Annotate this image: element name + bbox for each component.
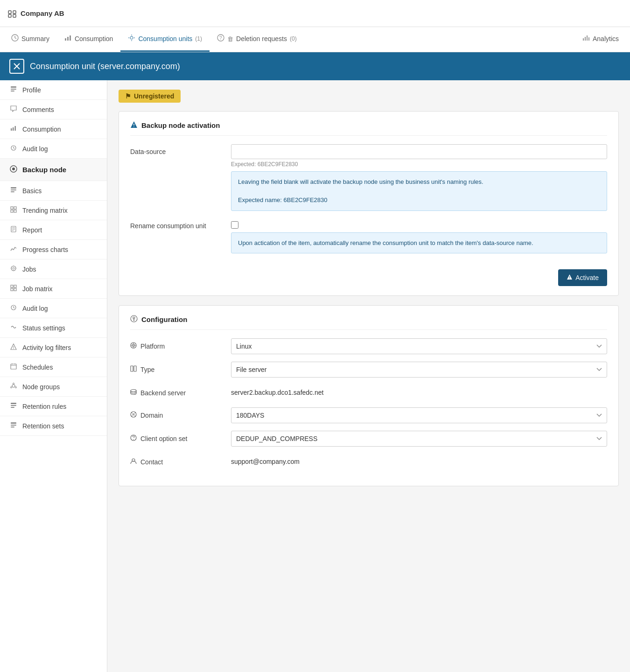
client-option-set-select[interactable]: DEDUP_AND_COMPRESS NONE COMPRESS_ONLY <box>231 431 607 447</box>
sidebar-item-retention-sets[interactable]: Retention sets <box>0 416 107 436</box>
svg-point-91 <box>133 439 134 440</box>
svg-rect-8 <box>67 37 69 41</box>
sidebar-item-status-settings[interactable]: Status settings <box>0 318 107 338</box>
activate-button-label: Activate <box>575 274 599 281</box>
page-header-icon <box>9 59 24 74</box>
type-icon <box>130 365 137 373</box>
tab-summary[interactable]: Summary <box>4 27 57 52</box>
rename-checkbox-row <box>231 218 607 229</box>
data-source-hint: Expected: 6BE2C9FE2830 <box>231 161 607 168</box>
sidebar-item-schedules[interactable]: Schedules <box>0 357 107 377</box>
retention-rules-icon <box>9 402 18 410</box>
backup-node-title: Backup node activation <box>130 121 607 136</box>
sidebar-item-backup-node[interactable]: Backup node <box>0 159 107 181</box>
svg-rect-67 <box>11 422 16 424</box>
backup-node-title-icon <box>130 121 138 130</box>
contact-label-text: Contact <box>140 458 163 466</box>
data-source-row: Data-source Expected: 6BE2C9FE2830 Leavi… <box>130 144 607 211</box>
sidebar-item-audit-log-label: Audit log <box>22 145 48 153</box>
svg-point-44 <box>13 267 14 269</box>
backend-server-row: Backend server server2.backup.dco1.safed… <box>130 385 607 400</box>
data-source-field: Expected: 6BE2C9FE2830 Leaving the field… <box>231 144 607 211</box>
analytics-icon <box>582 34 590 43</box>
svg-rect-82 <box>134 366 136 371</box>
sidebar-item-consumption[interactable]: Consumption <box>0 119 107 139</box>
data-source-info: Leaving the field blank will activate th… <box>231 171 607 211</box>
type-row: Type File server Database Application <box>130 362 607 378</box>
svg-rect-51 <box>11 288 13 291</box>
sidebar-item-jobs[interactable]: Jobs <box>0 259 107 279</box>
rename-checkbox[interactable] <box>231 221 238 229</box>
svg-rect-36 <box>14 207 16 209</box>
platform-select[interactable]: Linux Windows macOS <box>231 338 607 354</box>
type-field: File server Database Application <box>231 362 607 378</box>
sidebar-item-report-label: Report <box>22 226 42 234</box>
sidebar-item-trending-matrix[interactable]: Trending matrix <box>0 201 107 220</box>
svg-rect-26 <box>11 128 12 131</box>
comments-icon <box>9 105 18 113</box>
sidebar-item-comments[interactable]: Comments <box>0 100 107 119</box>
sidebar-item-report[interactable]: Report <box>0 220 107 240</box>
sidebar-item-retention-rules[interactable]: Retention rules <box>0 397 107 416</box>
tab-consumption-units[interactable]: Consumption units (1) <box>120 27 210 52</box>
sidebar-item-status-settings-label: Status settings <box>22 324 65 332</box>
sidebar-item-profile[interactable]: Profile <box>0 80 107 100</box>
page-title: Consumption unit (server.company.com) <box>30 62 180 71</box>
svg-point-61 <box>13 383 14 385</box>
sidebar-item-consumption-label: Consumption <box>22 126 61 133</box>
sidebar-item-jobs-label: Jobs <box>22 266 36 273</box>
trash-icon: 🗑 <box>227 35 233 42</box>
sidebar-item-job-matrix[interactable]: Job matrix <box>0 279 107 299</box>
sidebar-item-basics[interactable]: Basics <box>0 181 107 201</box>
sidebar-item-audit-log-2[interactable]: Audit log <box>0 299 107 318</box>
tab-analytics[interactable]: Analytics <box>575 27 626 52</box>
svg-rect-38 <box>14 210 16 212</box>
sidebar-item-activity-log-filters-label: Activity log filters <box>22 344 71 351</box>
backend-server-icon <box>130 389 137 397</box>
configuration-title-text: Configuration <box>141 315 187 323</box>
sidebar-item-profile-label: Profile <box>22 86 41 94</box>
svg-rect-18 <box>585 37 586 41</box>
sidebar-item-progress-charts[interactable]: Progress charts <box>0 240 107 259</box>
job-matrix-icon <box>9 285 18 293</box>
svg-rect-28 <box>15 126 16 131</box>
domain-select[interactable]: 180DAYS 365DAYS 90DAYS <box>231 407 607 423</box>
svg-rect-19 <box>587 35 588 41</box>
sidebar-item-audit-log[interactable]: Audit log <box>0 139 107 159</box>
sidebar-item-retention-sets-label: Retention sets <box>22 422 64 430</box>
activate-button[interactable]: Activate <box>558 269 607 286</box>
tab-analytics-label: Analytics <box>593 35 619 42</box>
svg-point-63 <box>11 387 12 388</box>
domain-field: 180DAYS 365DAYS 90DAYS <box>231 407 607 423</box>
sidebar-item-progress-charts-label: Progress charts <box>22 246 68 253</box>
type-select[interactable]: File server Database Application <box>231 362 607 378</box>
svg-rect-20 <box>588 37 589 41</box>
svg-rect-56 <box>11 364 16 369</box>
domain-icon <box>130 411 137 419</box>
svg-rect-2 <box>13 11 16 14</box>
sidebar-item-node-groups[interactable]: Node groups <box>0 377 107 397</box>
backend-server-label: Backend server <box>130 385 224 397</box>
sidebar: Profile Comments Consumption Audit log B… <box>0 80 107 672</box>
data-source-input[interactable] <box>231 144 607 159</box>
company-icon <box>7 9 17 18</box>
svg-rect-69 <box>11 427 14 427</box>
sidebar-consumption-icon <box>9 125 18 133</box>
top-bar: Company AB <box>0 0 630 27</box>
progress-charts-icon <box>9 245 18 253</box>
retention-sets-icon <box>9 422 18 430</box>
company-logo: Company AB <box>7 9 64 18</box>
sidebar-item-activity-log-filters[interactable]: Activity log filters <box>0 338 107 357</box>
backup-node-card: Backup node activation Data-source Expec… <box>119 111 619 296</box>
summary-icon <box>11 34 19 43</box>
consumption-units-icon <box>128 34 135 43</box>
tab-consumption[interactable]: Consumption <box>57 27 121 52</box>
svg-point-60 <box>12 385 15 387</box>
svg-rect-52 <box>14 288 16 291</box>
tab-summary-label: Summary <box>21 35 49 42</box>
svg-text:?: ? <box>219 35 222 41</box>
svg-rect-7 <box>65 38 66 41</box>
client-option-set-row: Client option set DEDUP_AND_COMPRESS NON… <box>130 431 607 447</box>
backend-server-field: server2.backup.dco1.safedc.net <box>231 385 607 400</box>
tab-deletion-requests[interactable]: ? 🗑 Deletion requests (0) <box>210 27 304 52</box>
